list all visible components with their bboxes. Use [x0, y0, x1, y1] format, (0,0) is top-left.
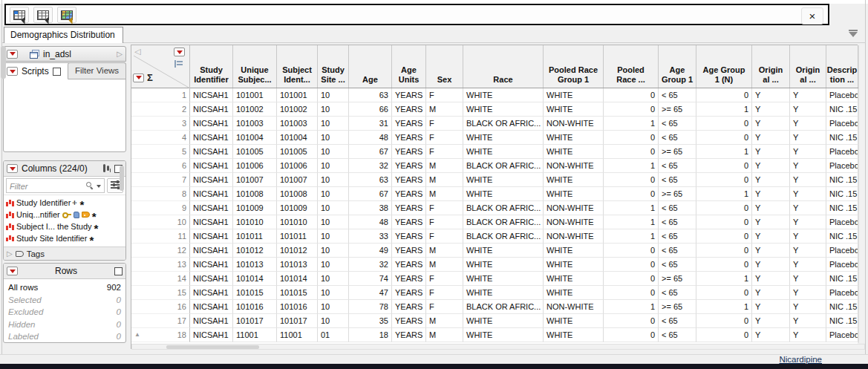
table-cell[interactable]: 0: [696, 88, 752, 102]
table-cell[interactable]: Y: [790, 117, 826, 131]
table-cell[interactable]: NIC .15: [826, 272, 858, 286]
table-cell[interactable]: NON-WHITE: [544, 159, 604, 173]
table-cell[interactable]: WHITE: [544, 258, 604, 272]
table-cell[interactable]: Y: [790, 258, 826, 272]
table-cell[interactable]: >= 65: [659, 145, 696, 159]
table-cell[interactable]: 11001: [233, 328, 277, 342]
table-cell[interactable]: Placebo: [826, 328, 858, 342]
table-cell[interactable]: M: [426, 187, 463, 201]
table-cell[interactable]: 101003: [233, 117, 277, 131]
table-cell[interactable]: YEARS: [392, 272, 426, 286]
red-triangle-menu-icon[interactable]: [7, 267, 18, 275]
table-cell[interactable]: 101015: [277, 286, 318, 300]
table-cell[interactable]: 0: [696, 131, 752, 145]
table-cell[interactable]: NON-WHITE: [544, 201, 604, 215]
table-cell[interactable]: 101017: [277, 314, 318, 328]
table-cell[interactable]: 101005: [233, 145, 277, 159]
table-row[interactable]: 14NICSAH11010141010141074YEARSFWHITEWHIT…: [131, 272, 858, 286]
table-cell[interactable]: YEARS: [392, 258, 426, 272]
table-cell[interactable]: Y: [790, 187, 826, 201]
column-header[interactable]: PooledRace ...: [604, 45, 659, 88]
table-cell[interactable]: Placebo: [826, 117, 858, 131]
table-cell[interactable]: >= 65: [659, 300, 696, 314]
table-cell[interactable]: < 65: [659, 229, 696, 244]
table-cell[interactable]: 0: [604, 244, 659, 258]
horizontal-scrollbar-thumb[interactable]: [166, 345, 259, 349]
table-cell[interactable]: Y: [790, 215, 826, 229]
table-cell[interactable]: M: [426, 102, 463, 117]
table-cell[interactable]: 1: [604, 201, 659, 215]
table-cell[interactable]: 10: [318, 159, 349, 173]
column-list-item[interactable]: Study Site Identifier*: [6, 232, 125, 241]
table-cell[interactable]: 0: [696, 215, 752, 229]
table-cell[interactable]: Y: [752, 328, 790, 342]
edit-colored-table-button[interactable]: [57, 7, 76, 23]
table-cell[interactable]: NICSAH1: [190, 201, 233, 215]
table-cell[interactable]: 10: [318, 117, 349, 131]
table-cell[interactable]: 101002: [233, 102, 277, 117]
column-list-item[interactable]: Subject I... the Study*: [6, 221, 125, 232]
table-cell[interactable]: 67: [349, 145, 392, 159]
table-cell[interactable]: 101015: [233, 286, 277, 300]
table-cell[interactable]: 101010: [233, 215, 277, 229]
table-cell[interactable]: NICSAH1: [190, 258, 233, 272]
row-number[interactable]: 11: [131, 229, 190, 244]
table-cell[interactable]: 101016: [277, 300, 318, 314]
table-cell[interactable]: >= 65: [659, 187, 696, 201]
table-cell[interactable]: 0: [696, 286, 752, 300]
table-cell[interactable]: F: [426, 201, 463, 215]
summation-icon[interactable]: Σ: [147, 72, 153, 83]
table-cell[interactable]: 01: [318, 328, 349, 342]
table-cell[interactable]: NIC .15: [826, 187, 858, 201]
table-cell[interactable]: Y: [790, 244, 826, 258]
table-cell[interactable]: 10: [318, 145, 349, 159]
row-number[interactable]: 7: [131, 173, 190, 187]
table-cell[interactable]: 10: [318, 229, 349, 244]
table-cell[interactable]: YEARS: [392, 173, 426, 187]
table-cell[interactable]: WHITE: [544, 244, 604, 258]
table-cell[interactable]: Placebo: [826, 88, 858, 102]
tab-demographics-distribution[interactable]: Demographics Distribution: [4, 27, 123, 43]
table-cell[interactable]: 74: [349, 272, 392, 286]
nicardipine-link[interactable]: Nicardipine: [779, 355, 822, 364]
table-cell[interactable]: Y: [790, 300, 826, 314]
collapse-columns-icon[interactable]: ◁: [134, 47, 140, 56]
table-cell[interactable]: NON-WHITE: [544, 300, 604, 314]
table-cell[interactable]: 48: [349, 215, 392, 229]
column-header[interactable]: Original ...: [790, 45, 826, 88]
table-cell[interactable]: 47: [349, 286, 392, 300]
table-cell[interactable]: YEARS: [392, 215, 426, 229]
table-cell[interactable]: 0: [696, 201, 752, 215]
table-cell[interactable]: Y: [790, 328, 826, 342]
data-table-tools-button[interactable]: [33, 7, 53, 23]
table-cell[interactable]: NICSAH1: [190, 229, 233, 244]
table-cell[interactable]: 0: [604, 88, 659, 102]
table-cell[interactable]: Y: [752, 88, 790, 102]
tags-expander-icon[interactable]: ▷: [7, 249, 13, 258]
table-cell[interactable]: NIC .15: [826, 314, 858, 328]
table-cell[interactable]: NIC .15: [826, 300, 858, 314]
table-cell[interactable]: YEARS: [392, 314, 426, 328]
table-cell[interactable]: Y: [790, 173, 826, 187]
table-row[interactable]: 3NICSAH11010031010031031YEARSFBLACK OR A…: [131, 117, 858, 131]
table-cell[interactable]: Placebo: [826, 258, 858, 272]
column-header[interactable]: StudySite ...: [318, 45, 349, 88]
table-cell[interactable]: Y: [752, 201, 790, 215]
table-cell[interactable]: 101016: [233, 300, 277, 314]
rows-red-triangle-icon[interactable]: [133, 74, 144, 82]
table-cell[interactable]: 10: [318, 286, 349, 300]
row-number[interactable]: 15: [131, 286, 190, 300]
table-cell[interactable]: Y: [752, 286, 790, 300]
table-cell[interactable]: 10: [318, 300, 349, 314]
table-cell[interactable]: 66: [349, 102, 392, 117]
table-row[interactable]: 8NICSAH11010081010081067YEARSMWHITEWHITE…: [131, 187, 858, 201]
table-cell[interactable]: 101001: [277, 88, 318, 102]
red-triangle-menu-icon[interactable]: [7, 50, 18, 59]
column-viewer-icon[interactable]: [102, 164, 111, 173]
close-button[interactable]: ×: [801, 7, 823, 25]
table-row[interactable]: 13NICSAH11010131010131032YEARSMWHITEWHIT…: [131, 258, 858, 272]
table-cell[interactable]: 101005: [277, 145, 318, 159]
table-cell[interactable]: WHITE: [463, 88, 544, 102]
vertical-scrollbar-thumb[interactable]: [1, 46, 6, 79]
table-cell[interactable]: Y: [752, 187, 790, 201]
